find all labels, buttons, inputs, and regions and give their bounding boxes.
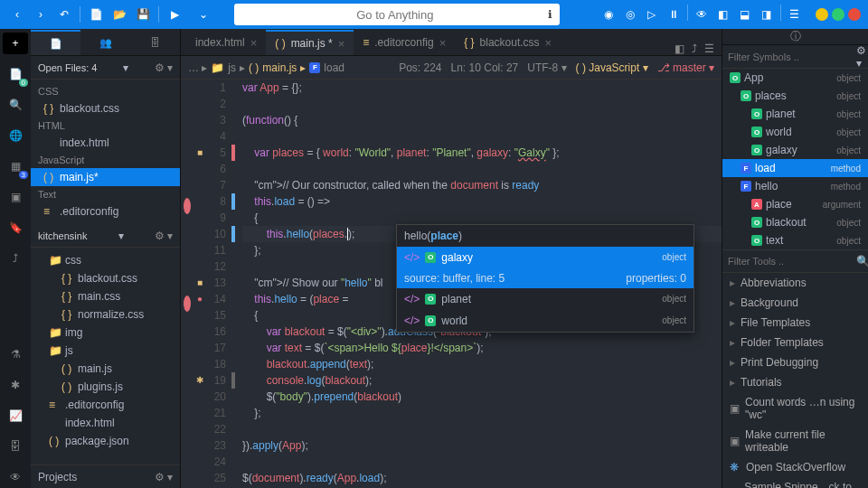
- tool-item[interactable]: ▣Make current file writeable: [722, 425, 868, 457]
- tree-file[interactable]: { }blackout.css: [31, 269, 180, 287]
- tree-file[interactable]: ( )plugins.js: [31, 378, 180, 396]
- tool-category[interactable]: ▸File Templates: [722, 313, 868, 333]
- crumb-nav[interactable]: … ▸: [188, 61, 207, 74]
- sidebar-tab-team[interactable]: 👥: [80, 30, 130, 55]
- go-to-anything[interactable]: ℹ: [234, 4, 560, 25]
- tools-filter-input[interactable]: [728, 256, 853, 267]
- pause-macro-icon[interactable]: ⏸: [664, 5, 684, 24]
- bookmark-view-icon[interactable]: 🔖: [5, 217, 26, 239]
- symbol-item[interactable]: Oplanetobject: [722, 105, 868, 123]
- run-dropdown[interactable]: ⌄: [193, 5, 213, 24]
- tree-file[interactable]: { }normalize.css: [31, 305, 180, 324]
- menu-icon[interactable]: ☰: [785, 5, 805, 24]
- save-button[interactable]: 💾: [133, 5, 153, 24]
- split-right-icon[interactable]: ◨: [757, 5, 777, 24]
- sidebar-open-file[interactable]: ≡.editorconfig: [31, 202, 180, 221]
- test-view-icon[interactable]: ⚗: [5, 343, 26, 365]
- regex-view-icon[interactable]: ✱: [5, 374, 26, 396]
- symbols-filter[interactable]: ⚙ ▾: [722, 45, 868, 69]
- gear-icon[interactable]: ⚙ ▾: [856, 44, 866, 70]
- code-area[interactable]: ■■●✱ 12345678910111213141516171819202122…: [181, 80, 722, 488]
- sidebar-tab-files[interactable]: 📄: [31, 30, 80, 55]
- forward-button[interactable]: ›: [31, 5, 51, 24]
- autocomplete-item[interactable]: </>Oworldobject: [397, 310, 693, 332]
- sidebar-open-file[interactable]: { }blackout.css: [31, 99, 180, 117]
- tool-item[interactable]: ◆Sample Snippe…ck to Insert: [722, 477, 868, 488]
- tool-category[interactable]: ▸Background: [722, 293, 868, 313]
- right-panel-tab[interactable]: ⓘ: [722, 29, 868, 45]
- symbol-item[interactable]: Fhellomethod: [722, 177, 868, 195]
- files-view-icon[interactable]: 📄0: [5, 63, 26, 85]
- symbol-item[interactable]: OAppobject: [722, 69, 868, 87]
- list-icon[interactable]: ☰: [704, 42, 714, 55]
- autocomplete-item[interactable]: </>Oplanetobject: [397, 288, 693, 310]
- tool-category[interactable]: ▸Print Debugging: [722, 352, 868, 372]
- dom-view-icon[interactable]: ▦3: [5, 155, 26, 177]
- split-icon[interactable]: ◧: [675, 42, 684, 55]
- sidebar-open-file[interactable]: ( )main.js*: [31, 168, 180, 186]
- tree-folder[interactable]: 📁css: [31, 251, 180, 269]
- symbol-item[interactable]: Otextobject: [722, 231, 868, 249]
- crumb-folder[interactable]: 📁 js ▸: [211, 61, 245, 74]
- globe-view-icon[interactable]: 🌐: [5, 125, 26, 146]
- search-icon[interactable]: 🔍: [856, 255, 868, 267]
- gear-icon[interactable]: ⚙ ▾: [155, 230, 173, 242]
- new-file-button[interactable]: 📄: [86, 5, 106, 24]
- tree-file[interactable]: { }main.css: [31, 287, 180, 305]
- console-view-icon[interactable]: ▣: [5, 186, 26, 208]
- tree-file[interactable]: ≡.editorconfig: [31, 396, 180, 414]
- projects-footer[interactable]: Projects ⚙ ▾: [31, 465, 180, 488]
- close-icon[interactable]: ×: [250, 36, 258, 50]
- status-branch[interactable]: ⎇ master ▾: [657, 61, 714, 74]
- editor-tab[interactable]: ≡.editorconfig×: [354, 30, 455, 55]
- stop-macro-icon[interactable]: ◎: [620, 5, 640, 24]
- add-button[interactable]: +: [3, 33, 28, 54]
- symbol-item[interactable]: Floadmethod: [722, 159, 868, 177]
- status-enc[interactable]: UTF-8 ▾: [527, 61, 566, 74]
- tree-file[interactable]: index.html: [31, 414, 180, 432]
- tool-item[interactable]: ▣Count words …n using "wc": [722, 392, 868, 425]
- autocomplete-item[interactable]: </>Ogalaxyobject: [397, 247, 693, 268]
- maximize-button[interactable]: [832, 8, 844, 21]
- symbol-item[interactable]: Oworldobject: [722, 123, 868, 141]
- open-file-button[interactable]: 📂: [109, 5, 129, 24]
- tool-category[interactable]: ▸Tutorials: [722, 372, 868, 392]
- symbols-filter-input[interactable]: [728, 52, 853, 62]
- tree-folder[interactable]: 📁js: [31, 342, 180, 360]
- status-lang[interactable]: ( ) JavaScript ▾: [576, 61, 648, 74]
- upload-icon[interactable]: ⤴: [692, 42, 697, 55]
- gear-icon[interactable]: ⚙ ▾: [155, 61, 173, 74]
- tool-category[interactable]: ▸Abbreviations: [722, 273, 868, 293]
- play-macro-icon[interactable]: ▷: [642, 5, 662, 24]
- go-to-input[interactable]: [241, 8, 548, 22]
- symbol-item[interactable]: Ogalaxyobject: [722, 141, 868, 159]
- project-header[interactable]: kitchensink▾ ⚙ ▾: [31, 224, 180, 248]
- preview-view-icon[interactable]: 👁: [5, 466, 26, 488]
- tree-folder[interactable]: 📁img: [31, 324, 180, 342]
- symbol-item[interactable]: Oblackoutobject: [722, 213, 868, 231]
- db-view-icon[interactable]: 🗄: [5, 436, 26, 457]
- gear-icon[interactable]: ⚙ ▾: [155, 471, 173, 483]
- close-icon[interactable]: ×: [545, 36, 552, 50]
- close-button[interactable]: [848, 8, 861, 21]
- editor-tab[interactable]: ( )main.js *×: [266, 30, 354, 55]
- back-button[interactable]: ‹: [7, 5, 27, 24]
- symbol-item[interactable]: Oplacesobject: [722, 87, 868, 105]
- open-files-header[interactable]: Open Files: 4 ▾ ⚙ ▾: [31, 56, 180, 80]
- run-button[interactable]: ▶: [165, 5, 184, 24]
- close-icon[interactable]: ×: [338, 37, 345, 51]
- tree-file[interactable]: ( )main.js: [31, 360, 180, 378]
- minimize-button[interactable]: [816, 8, 828, 21]
- symbol-item[interactable]: Aplaceargument: [722, 195, 868, 213]
- close-icon[interactable]: ×: [439, 36, 447, 50]
- crumb-file[interactable]: ( ) main.js ▸: [249, 61, 306, 74]
- sidebar-open-file[interactable]: index.html: [31, 134, 180, 152]
- tool-category[interactable]: ▸Folder Templates: [722, 333, 868, 352]
- undo-button[interactable]: ↶: [54, 5, 74, 24]
- sidebar-tab-data[interactable]: 🗄: [130, 30, 180, 55]
- editor-tab[interactable]: { }blackout.css×: [455, 30, 561, 55]
- crumb-symbol[interactable]: F load: [309, 61, 344, 74]
- share-view-icon[interactable]: ⤴: [5, 248, 26, 269]
- split-bottom-icon[interactable]: ⬓: [735, 5, 755, 24]
- editor-tab[interactable]: index.html×: [181, 30, 266, 55]
